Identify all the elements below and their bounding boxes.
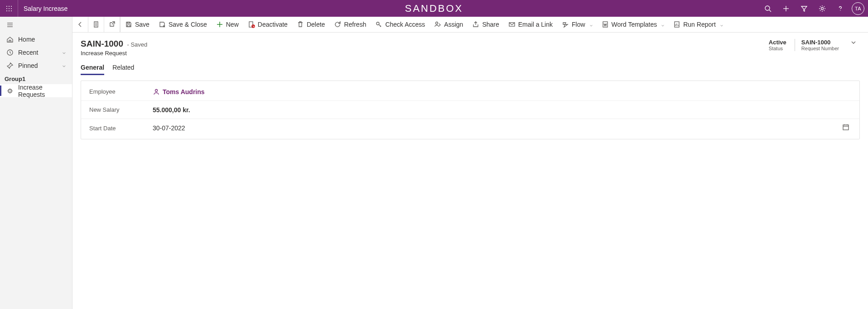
check-access-label: Check Access (385, 21, 425, 28)
help-button[interactable] (832, 0, 849, 17)
deactivate-label: Deactivate (258, 21, 288, 28)
clipboard-icon (92, 21, 100, 28)
question-icon (837, 5, 844, 12)
email-link-button[interactable]: Email a Link (504, 17, 557, 32)
save-close-label: Save & Close (169, 21, 207, 28)
report-icon (673, 21, 680, 28)
clock-icon (6, 49, 14, 56)
assign-button[interactable]: Assign (429, 17, 468, 32)
word-templates-label: Word Templates (612, 21, 657, 28)
word-templates-button[interactable]: Word Templates ⌵ (597, 17, 669, 32)
app-header: Salary Increase SANDBOX TA (0, 0, 868, 17)
home-icon (6, 36, 14, 43)
refresh-button[interactable]: Refresh (329, 17, 371, 32)
waffle-icon (5, 5, 13, 12)
trash-icon (297, 21, 304, 28)
svg-point-0 (6, 6, 7, 7)
nav-pinned[interactable]: Pinned ⌵ (0, 59, 72, 72)
save-close-button[interactable]: Save & Close (154, 17, 212, 32)
svg-rect-41 (843, 125, 849, 130)
mail-icon (508, 21, 516, 28)
svg-point-9 (765, 6, 770, 10)
field-employee: Employee Toms Audrins (81, 83, 859, 101)
search-button[interactable] (759, 0, 776, 17)
share-icon (472, 21, 479, 28)
flow-button[interactable]: Flow ⌵ (557, 17, 597, 32)
refresh-icon (334, 21, 341, 28)
main-content: Save Save & Close New Deactivate Delete … (72, 17, 868, 309)
header-right-icons: TA (759, 0, 868, 17)
svg-point-6 (6, 10, 7, 11)
deactivate-button[interactable]: Deactivate (243, 17, 292, 32)
svg-rect-26 (127, 25, 130, 27)
arrow-left-icon (77, 21, 84, 28)
save-label: Save (135, 21, 149, 28)
chevron-down-icon: ⌵ (63, 49, 66, 55)
saved-indicator: - Saved (127, 41, 147, 48)
delete-button[interactable]: Delete (292, 17, 329, 32)
new-salary-input[interactable]: 55.000,00 kr. (153, 106, 851, 114)
nav-group-label: Group1 (0, 72, 72, 84)
tab-general[interactable]: General (81, 62, 104, 75)
person-icon (153, 88, 160, 95)
quick-create-button[interactable] (777, 0, 795, 17)
field-start-date: Start Date 30-07-2022 (81, 119, 859, 137)
entity-display-name: Increase Request (81, 50, 760, 57)
header-expand-button[interactable] (847, 39, 860, 46)
app-launcher-button[interactable] (0, 0, 18, 17)
tab-related[interactable]: Related (112, 62, 134, 75)
nav-pinned-label: Pinned (18, 62, 58, 69)
svg-point-5 (11, 8, 12, 9)
nav-increase-requests-label: Increase Requests (18, 84, 66, 98)
chevron-down-icon: ⌵ (720, 22, 723, 27)
flow-icon (562, 21, 569, 28)
user-avatar[interactable]: TA (852, 2, 864, 15)
sitemap-toggle-button[interactable] (0, 17, 72, 33)
nav-recent[interactable]: Recent ⌵ (0, 46, 72, 59)
chevron-down-icon: ⌵ (590, 22, 593, 27)
share-label: Share (482, 21, 499, 28)
gear-icon (819, 5, 826, 12)
chevron-down-icon (850, 39, 857, 46)
start-date-label: Start Date (89, 125, 153, 132)
svg-rect-29 (249, 22, 253, 27)
nav-home[interactable]: Home (0, 33, 72, 46)
back-button[interactable] (72, 17, 88, 32)
new-button[interactable]: New (212, 17, 243, 32)
svg-point-40 (155, 89, 158, 91)
word-icon (602, 21, 609, 28)
hamburger-icon (6, 21, 14, 29)
funnel-icon (800, 5, 808, 12)
date-picker-button[interactable] (840, 122, 851, 134)
open-new-window-button[interactable] (104, 17, 120, 32)
nav-increase-requests[interactable]: Increase Requests (0, 84, 72, 97)
svg-point-7 (9, 10, 10, 11)
request-number-value: SAIN-1000 (801, 39, 839, 46)
check-access-button[interactable]: Check Access (371, 17, 429, 32)
svg-point-33 (436, 22, 438, 24)
svg-point-8 (11, 10, 12, 11)
save-button[interactable]: Save (121, 17, 154, 32)
share-button[interactable]: Share (468, 17, 503, 32)
new-label: New (226, 21, 239, 28)
employee-label: Employee (89, 88, 153, 95)
assign-icon (434, 21, 441, 28)
run-report-button[interactable]: Run Report ⌵ (669, 17, 728, 32)
settings-button[interactable] (814, 0, 831, 17)
email-link-label: Email a Link (518, 21, 553, 28)
start-date-input[interactable]: 30-07-2022 (153, 124, 840, 132)
advanced-find-button[interactable] (796, 0, 813, 17)
save-icon (125, 21, 132, 28)
pin-icon (6, 62, 14, 69)
plus-icon (782, 5, 790, 12)
app-title[interactable]: Salary Increase (18, 5, 73, 12)
nav-home-label: Home (18, 36, 66, 43)
flow-label: Flow (572, 21, 585, 28)
svg-point-20 (9, 90, 11, 92)
run-report-label: Run Report (683, 21, 716, 28)
employee-lookup[interactable]: Toms Audrins (153, 88, 851, 95)
start-date-value: 30-07-2022 (153, 124, 185, 132)
status-value: Active (769, 39, 786, 46)
employee-value: Toms Audrins (163, 88, 205, 95)
task-flow-button[interactable] (88, 17, 104, 32)
